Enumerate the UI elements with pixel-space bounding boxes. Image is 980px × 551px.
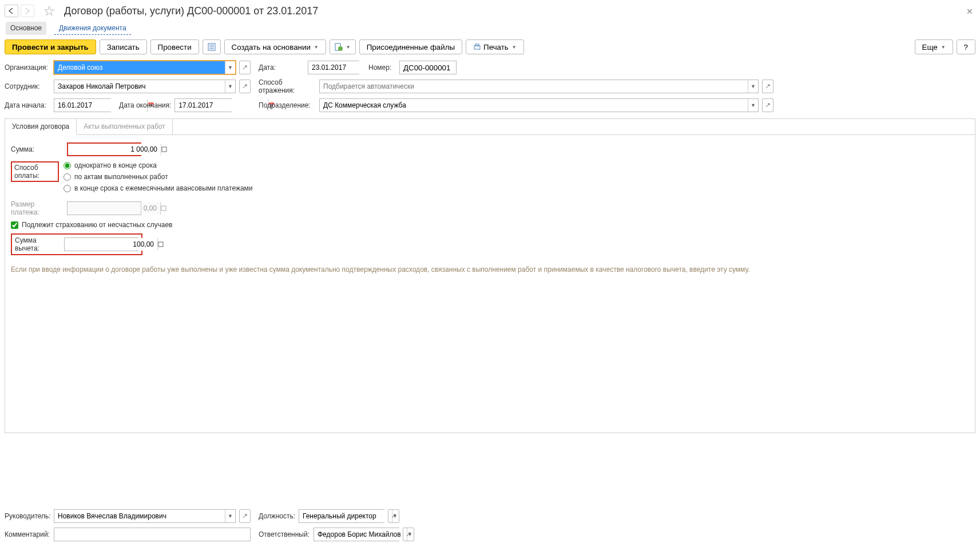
comment-wrap[interactable] — [54, 528, 251, 541]
attached-files-button[interactable]: Присоединенные файлы — [359, 39, 462, 54]
help-button[interactable]: ? — [957, 39, 975, 54]
org-input-combo[interactable]: ▼ — [54, 61, 236, 74]
favorite-button[interactable] — [42, 5, 56, 17]
calculator-icon — [158, 241, 164, 247]
deduct-input-wrap[interactable] — [64, 237, 138, 251]
calc-icon[interactable] — [157, 238, 164, 251]
sum-input-wrap[interactable] — [67, 142, 141, 156]
page-title: Договор (работы, услуги) ДС00-000001 от … — [64, 5, 318, 17]
end-input[interactable] — [175, 99, 268, 112]
employee-combo[interactable]: ▼ — [54, 80, 236, 93]
payment-size-input — [68, 202, 160, 215]
org-label: Организация: — [5, 64, 50, 72]
dropdown-icon[interactable]: ▼ — [225, 510, 235, 522]
radio-monthly[interactable] — [64, 185, 71, 192]
unit-label: Подразделение: — [259, 101, 316, 109]
manager-open-button[interactable] — [239, 509, 251, 523]
manager-combo[interactable]: ▼ — [54, 509, 236, 523]
payment-size-wrap — [67, 201, 141, 215]
end-date-input[interactable]: 📅 — [174, 98, 232, 112]
manager-label: Руководитель: — [5, 512, 50, 520]
manager-input[interactable] — [54, 510, 225, 522]
responsible-combo[interactable]: ▼ — [314, 528, 399, 541]
end-label: Дата окончания: — [119, 101, 171, 109]
reflect-label: Способ отражения: — [259, 78, 316, 94]
position-combo[interactable]: ▼ — [299, 509, 384, 523]
open-icon — [242, 84, 248, 89]
printer-icon — [473, 43, 481, 51]
comment-input[interactable] — [54, 528, 250, 541]
dropdown-icon: ▼ — [314, 45, 319, 50]
sum-input[interactable] — [68, 144, 161, 155]
dropdown-icon[interactable]: ▼ — [225, 61, 235, 74]
insurance-checkbox[interactable] — [11, 221, 18, 229]
tab-conditions[interactable]: Условия договора — [5, 119, 77, 135]
extra-dropdown-button[interactable]: ▼ — [330, 39, 356, 54]
svg-rect-10 — [158, 242, 163, 247]
tab-acts[interactable]: Акты выполненных работ — [77, 119, 172, 134]
nav-back-button[interactable] — [5, 5, 18, 17]
responsible-open-button[interactable] — [403, 528, 414, 541]
dropdown-icon: ▼ — [512, 45, 517, 50]
dropdown-icon[interactable]: ▼ — [748, 80, 758, 93]
print-button[interactable]: Печать ▼ — [466, 39, 524, 54]
more-label: Еще — [922, 43, 938, 51]
radio-acts[interactable] — [64, 173, 71, 181]
open-icon — [765, 84, 771, 89]
start-date-input[interactable]: 📅 — [54, 98, 111, 112]
responsible-input[interactable] — [314, 528, 407, 541]
svg-rect-7 — [475, 44, 479, 46]
close-icon[interactable]: ✕ — [966, 7, 973, 16]
radio-acts-label: по актам выполненных работ — [74, 173, 168, 181]
write-button[interactable]: Записать — [100, 39, 147, 54]
dropdown-icon: ▼ — [941, 45, 946, 50]
subtab-main[interactable]: Основное — [6, 22, 46, 35]
number-label: Номер: — [368, 64, 396, 72]
deduct-input[interactable] — [65, 238, 157, 251]
arrow-left-icon — [8, 8, 15, 14]
org-open-button[interactable] — [239, 61, 251, 74]
radio-once-label: однократно в конце срока — [74, 161, 157, 169]
print-label: Печать — [483, 43, 509, 51]
position-open-button[interactable] — [388, 509, 399, 523]
list-icon — [208, 43, 216, 51]
reflect-combo[interactable]: ▼ — [319, 80, 759, 93]
comment-label: Комментарий: — [5, 530, 50, 538]
start-label: Дата начала: — [5, 101, 50, 109]
svg-rect-8 — [162, 147, 166, 152]
dropdown-icon[interactable]: ▼ — [748, 99, 758, 112]
calculator-icon — [161, 205, 166, 211]
more-button[interactable]: Еще ▼ — [915, 39, 953, 54]
radio-monthly-label: в конце срока с ежемесячными авансовыми … — [74, 184, 253, 192]
subtab-movements[interactable]: Движения документа — [54, 22, 131, 35]
employee-open-button[interactable] — [239, 80, 251, 93]
nav-forward-button[interactable] — [21, 5, 34, 17]
create-based-button[interactable]: Создать на основании ▼ — [224, 39, 326, 54]
star-icon — [44, 6, 54, 16]
open-icon — [242, 513, 248, 519]
employee-input[interactable] — [54, 80, 225, 93]
payment-method-label: Способ оплаты: — [11, 161, 59, 182]
unit-combo[interactable]: ▼ — [319, 98, 759, 112]
post-button[interactable]: Провести — [150, 39, 199, 54]
radio-once[interactable] — [64, 162, 71, 169]
position-input[interactable] — [299, 510, 392, 522]
deduct-label: Сумма вычета: — [15, 236, 61, 252]
reflect-open-button[interactable] — [762, 80, 773, 93]
create-based-label: Создать на основании — [232, 43, 311, 51]
post-and-close-button[interactable]: Провести и закрыть — [5, 39, 96, 54]
arrow-right-icon — [24, 8, 31, 14]
date-input-wrap[interactable]: 📅 — [308, 61, 359, 74]
list-view-button[interactable] — [203, 39, 221, 54]
payment-size-label: Размер платежа: — [11, 200, 64, 216]
reflect-input[interactable] — [320, 80, 748, 93]
org-input[interactable] — [54, 61, 225, 74]
calculator-icon — [161, 146, 167, 152]
calc-icon — [160, 202, 166, 215]
open-icon — [406, 532, 411, 537]
unit-input[interactable] — [320, 99, 748, 112]
unit-open-button[interactable] — [762, 98, 773, 112]
number-input[interactable] — [399, 61, 457, 74]
calc-icon[interactable] — [161, 144, 167, 155]
dropdown-icon[interactable]: ▼ — [225, 80, 235, 93]
